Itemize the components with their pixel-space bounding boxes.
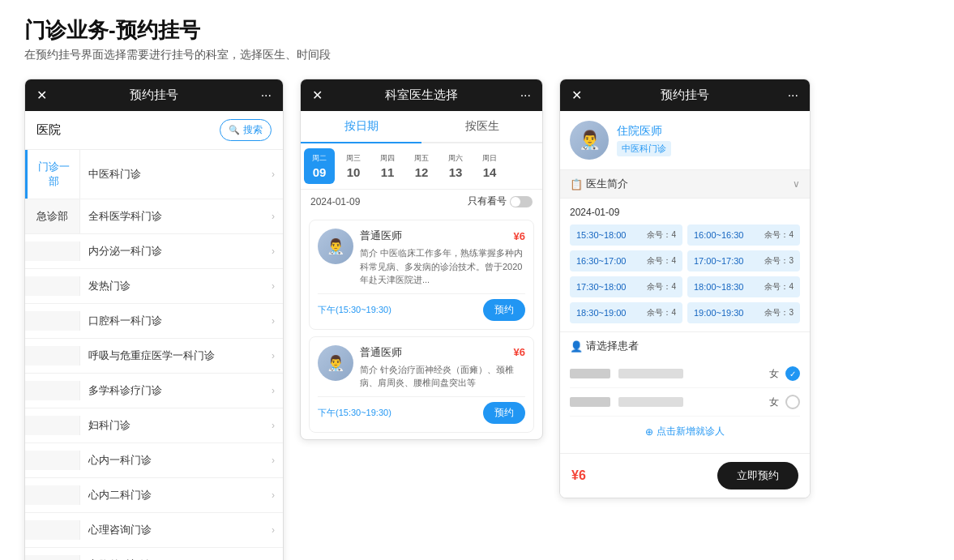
intro-section-title: 📋 医生简介 bbox=[570, 177, 628, 191]
dept-row-8[interactable]: 妇科门诊 › bbox=[25, 408, 283, 443]
department-list: 门诊一部 中医科门诊 › 急诊部 全科医学科门诊 › 内分泌一科门诊 › 发热门… bbox=[25, 150, 283, 560]
slot-remain-0: 余号：4 bbox=[647, 229, 676, 241]
dept-name-zhongyi[interactable]: 中医科门诊 bbox=[80, 157, 272, 191]
filter-date: 2024-01-09 bbox=[310, 196, 360, 207]
date-day-5: 周日 bbox=[482, 153, 497, 164]
panel-appointment-list: ✕ 预约挂号 ··· 医院 🔍 搜索 门诊一部 中医科门诊 › 急诊部 全科医学… bbox=[24, 79, 284, 560]
close-icon[interactable]: ✕ bbox=[571, 88, 582, 103]
date-item-0[interactable]: 周二 09 bbox=[304, 148, 335, 184]
time-slot-1[interactable]: 16:00~16:30 余号：4 bbox=[687, 224, 800, 246]
slot-time-2: 16:30~17:00 bbox=[576, 256, 626, 266]
time-slot-2[interactable]: 16:30~17:00 余号：4 bbox=[570, 250, 682, 271]
slot-time-5: 18:00~18:30 bbox=[694, 282, 743, 292]
tab-by-date[interactable]: 按日期 bbox=[301, 111, 421, 143]
add-patient-btn[interactable]: ⊕ 点击新增就诊人 bbox=[570, 417, 800, 447]
dept-row-9[interactable]: 心内一科门诊 › bbox=[25, 443, 283, 478]
dept-name-xinnei1[interactable]: 心内一科门诊 bbox=[80, 443, 272, 477]
page-subtitle: 在预约挂号界面选择需要进行挂号的科室，选择医生、时间段 bbox=[24, 48, 930, 62]
chevron-right-icon: › bbox=[272, 315, 283, 327]
time-slot-6[interactable]: 18:30~19:00 余号：4 bbox=[570, 302, 682, 323]
date-item-4[interactable]: 周六 13 bbox=[440, 148, 471, 184]
only-available-toggle[interactable] bbox=[510, 196, 533, 207]
dept-name-fare[interactable]: 发热门诊 bbox=[80, 269, 272, 303]
dept-row-5[interactable]: 口腔科一科门诊 › bbox=[25, 304, 283, 339]
category-outpatient1[interactable]: 门诊一部 bbox=[25, 150, 80, 199]
slot-time-4: 17:30~18:00 bbox=[576, 282, 626, 292]
dept-row-1[interactable]: 门诊一部 中医科门诊 › bbox=[25, 150, 283, 199]
dept-row-11[interactable]: 心理咨询门诊 › bbox=[25, 513, 283, 548]
close-icon[interactable]: ✕ bbox=[36, 88, 47, 103]
submit-appoint-btn[interactable]: 立即预约 bbox=[717, 462, 798, 489]
doctor-name-1: 普通医师 bbox=[360, 229, 402, 243]
dept-row-3[interactable]: 内分泌一科门诊 › bbox=[25, 234, 283, 269]
category-empty-3 bbox=[25, 242, 80, 261]
category-emergency[interactable]: 急诊部 bbox=[25, 199, 80, 233]
dept-row-2[interactable]: 急诊部 全科医学科门诊 › bbox=[25, 199, 283, 234]
dept-name-duoxue[interactable]: 多学科诊疗门诊 bbox=[80, 374, 272, 408]
dept-name-quanke[interactable]: 全科医学科门诊 bbox=[80, 199, 272, 233]
time-slot-4[interactable]: 17:30~18:00 余号：4 bbox=[570, 276, 682, 297]
add-patient-label: 点击新增就诊人 bbox=[657, 425, 725, 438]
more-icon[interactable]: ··· bbox=[520, 88, 531, 103]
dept-row-4[interactable]: 发热门诊 › bbox=[25, 269, 283, 304]
slot-remain-4: 余号：4 bbox=[647, 281, 676, 293]
dept-row-7[interactable]: 多学科诊疗门诊 › bbox=[25, 374, 283, 408]
slot-time-1: 16:00~16:30 bbox=[694, 230, 743, 240]
more-icon[interactable]: ··· bbox=[261, 88, 272, 103]
dept-name-neifenmi[interactable]: 内分泌一科门诊 bbox=[80, 234, 272, 268]
doctor-avatar-1: 👨‍⚕️ bbox=[318, 229, 353, 264]
patient-check-1[interactable] bbox=[785, 395, 800, 409]
slot-time-6: 18:30~19:00 bbox=[576, 308, 626, 318]
dept-name-xinxiong[interactable]: 心胸外科门诊 bbox=[80, 548, 272, 560]
dept-name-xinnei2[interactable]: 心内二科门诊 bbox=[80, 478, 272, 512]
panel1-search-bar: 医院 🔍 搜索 bbox=[25, 111, 283, 150]
tab-by-doctor[interactable]: 按医生 bbox=[421, 111, 542, 142]
more-icon[interactable]: ··· bbox=[788, 88, 798, 103]
patient-row-0[interactable]: 女 ✓ bbox=[570, 360, 800, 388]
dept-name-kouqiang[interactable]: 口腔科一科门诊 bbox=[80, 304, 272, 338]
filter-row: 2024-01-09 只有看号 bbox=[301, 190, 542, 213]
slot-time-0: 15:30~18:00 bbox=[576, 230, 626, 240]
close-icon[interactable]: ✕ bbox=[312, 88, 323, 103]
date-item-3[interactable]: 周五 12 bbox=[406, 148, 437, 184]
dept-row-6[interactable]: 呼吸与危重症医学一科门诊 › bbox=[25, 339, 283, 374]
add-icon: ⊕ bbox=[645, 426, 653, 438]
schedule-time-1: 下午(15:30~19:30) bbox=[318, 304, 391, 316]
slot-remain-5: 余号：4 bbox=[764, 281, 794, 293]
date-item-5[interactable]: 周日 14 bbox=[474, 148, 505, 184]
time-slot-7[interactable]: 19:00~19:30 余号：3 bbox=[687, 302, 800, 323]
hospital-label: 医院 bbox=[36, 122, 61, 138]
time-slot-3[interactable]: 17:00~17:30 余号：3 bbox=[687, 250, 800, 271]
search-button[interactable]: 🔍 搜索 bbox=[220, 119, 272, 141]
intro-section-header[interactable]: 📋 医生简介 ∨ bbox=[560, 170, 810, 199]
patient-section: 👤 请选择患者 女 ✓ 女 ⊕ 点击新增 bbox=[560, 331, 810, 453]
panel1-title: 预约挂号 bbox=[130, 88, 178, 103]
person-icon: 👤 bbox=[570, 340, 583, 353]
dept-name-huxi[interactable]: 呼吸与危重症医学一科门诊 bbox=[80, 339, 272, 373]
dept-name-fuke[interactable]: 妇科门诊 bbox=[80, 408, 272, 442]
appoint-btn-1[interactable]: 预约 bbox=[483, 299, 525, 321]
date-day-4: 周六 bbox=[448, 153, 463, 164]
time-slot-5[interactable]: 18:00~18:30 余号：4 bbox=[687, 276, 800, 297]
appoint-btn-2[interactable]: 预约 bbox=[483, 402, 525, 424]
category-empty-7 bbox=[25, 381, 80, 400]
dept-name-xinli[interactable]: 心理咨询门诊 bbox=[80, 513, 272, 547]
doctor-name-2: 普通医师 bbox=[360, 345, 402, 360]
patient-name-blur-0 bbox=[570, 369, 610, 378]
date-item-1[interactable]: 周三 10 bbox=[338, 148, 369, 184]
patient-row-1[interactable]: 女 bbox=[570, 388, 800, 417]
profile-info: 住院医师 中医科门诊 bbox=[617, 124, 800, 156]
profile-name: 住院医师 bbox=[617, 124, 800, 139]
date-scroll: 周二 09 周三 10 周四 11 周五 12 周六 13 周日 14 bbox=[301, 143, 542, 190]
dept-row-10[interactable]: 心内二科门诊 › bbox=[25, 478, 283, 513]
doctor-info-2: 普通医师 ¥6 简介 针灸治疗面神经炎（面瘫）、颈椎病、肩周炎、腰椎间盘突出等 bbox=[360, 345, 525, 390]
category-empty-6 bbox=[25, 346, 80, 365]
time-slot-0[interactable]: 15:30~18:00 余号：4 bbox=[570, 224, 682, 246]
toggle-wrap[interactable]: 只有看号 bbox=[468, 195, 533, 208]
category-empty-9 bbox=[25, 451, 80, 470]
date-item-2[interactable]: 周四 11 bbox=[372, 148, 403, 184]
patient-check-0[interactable]: ✓ bbox=[785, 366, 800, 381]
slot-remain-1: 余号：4 bbox=[764, 229, 794, 241]
panel2-title: 科室医生选择 bbox=[385, 88, 458, 103]
dept-row-12[interactable]: 心胸外科门诊 › bbox=[25, 548, 283, 560]
